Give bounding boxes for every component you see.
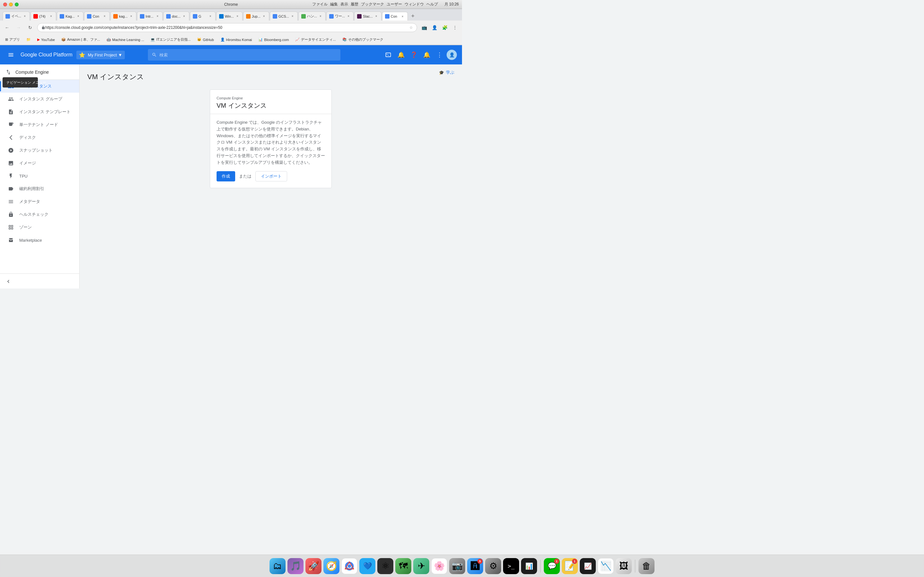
tab-1[interactable]: イベ... × xyxy=(3,11,30,21)
profile-icon[interactable]: 👤 xyxy=(430,23,439,32)
tab-close[interactable]: × xyxy=(401,14,405,19)
bookmark-more[interactable]: 📚 その他のブックマーク xyxy=(340,36,386,44)
github-icon: 🐱 xyxy=(197,37,202,42)
sidebar-item-disks[interactable]: ディスク xyxy=(0,131,79,144)
bookmark-youtube[interactable]: ▶ YouTube xyxy=(35,36,57,44)
tab-label: Con xyxy=(391,15,397,18)
menu-file[interactable]: ファイル xyxy=(312,2,328,7)
tab-close[interactable]: × xyxy=(155,14,160,19)
tab-4[interactable]: Con × xyxy=(84,11,110,21)
sidebar-item-zones[interactable]: ゾーン xyxy=(0,221,79,234)
tab-6[interactable]: Intr... × xyxy=(137,11,163,21)
info-card-title: VM インスタンス xyxy=(216,101,325,110)
tab-11[interactable]: GCS... × xyxy=(270,11,298,21)
tab-favicon xyxy=(140,14,144,19)
sidebar-item-metadata[interactable]: メタデータ xyxy=(0,195,79,208)
menu-icon[interactable]: ⋮ xyxy=(451,23,459,32)
settings-icon[interactable]: ⋮ xyxy=(434,49,445,61)
new-tab-button[interactable]: + xyxy=(409,11,417,21)
close-button[interactable] xyxy=(3,3,7,6)
tab-7[interactable]: doc... × xyxy=(163,11,189,21)
sidebar-collapse-button[interactable] xyxy=(0,274,79,288)
sidebar-item-instance-groups[interactable]: インスタンス グループ xyxy=(0,93,79,105)
url-bar[interactable]: https://console.cloud.google.com/compute… xyxy=(37,23,417,32)
project-name: My First Project xyxy=(88,53,117,57)
tab-13[interactable]: ワー... × xyxy=(326,11,354,21)
menu-view[interactable]: 表示 xyxy=(341,2,348,7)
tab-14[interactable]: Slac... × xyxy=(354,11,381,21)
reload-button[interactable]: ↻ xyxy=(26,23,35,32)
bookmark-it[interactable]: 💻 ITエンジニアを目指... xyxy=(148,36,193,44)
tab-close[interactable]: × xyxy=(49,14,53,19)
tab-close[interactable]: × xyxy=(182,14,186,19)
hamburger-button[interactable] xyxy=(5,49,17,61)
bookmark-apps[interactable]: ⊞ アプリ xyxy=(3,36,23,44)
menu-edit[interactable]: 編集 xyxy=(330,2,338,7)
minimize-button[interactable] xyxy=(9,3,13,6)
tab-close[interactable]: × xyxy=(208,14,213,19)
tab-close[interactable]: × xyxy=(262,14,266,19)
extensions-icon[interactable]: 🧩 xyxy=(440,23,449,32)
tab-close[interactable]: × xyxy=(290,14,295,19)
project-selector[interactable]: ⭐ My First Project ▼ xyxy=(76,51,125,59)
bookmark-datascience[interactable]: 📈 データサイエンティ... xyxy=(292,36,338,44)
sidebar-item-committed-use[interactable]: 確約利用割引 xyxy=(0,182,79,195)
cast-icon[interactable]: 📺 xyxy=(420,23,429,32)
bookmark-github[interactable]: 🐱 GitHub xyxy=(194,36,216,44)
tab-close[interactable]: × xyxy=(23,14,27,19)
tab-close[interactable]: × xyxy=(76,14,81,19)
tab-close[interactable]: × xyxy=(346,14,351,19)
maximize-button[interactable] xyxy=(15,3,19,6)
sidebar-item-snapshots[interactable]: スナップショット xyxy=(0,144,79,157)
sidebar-item-sole-tenancy[interactable]: 単一テナント ノード xyxy=(0,118,79,131)
tab-2[interactable]: (74) × xyxy=(31,11,56,21)
alerts-icon[interactable]: 🔔 xyxy=(421,49,433,61)
back-button[interactable]: ← xyxy=(3,23,11,32)
menu-window[interactable]: ウィンドウ xyxy=(405,2,424,7)
tab-close[interactable]: × xyxy=(129,14,134,19)
disks-label: ディスク xyxy=(19,135,36,140)
bookmark-amazon[interactable]: 📦 Amazon | 本、ファ... xyxy=(59,36,103,44)
tab-3[interactable]: Kag... × xyxy=(57,11,83,21)
cloud-shell-icon[interactable] xyxy=(383,49,394,61)
tab-12[interactable]: ハン... × xyxy=(298,11,326,21)
sidebar-item-tpu[interactable]: TPU xyxy=(0,169,79,182)
menu-history[interactable]: 履歴 xyxy=(351,2,359,7)
sidebar-item-health-checks[interactable]: ヘルスチェック xyxy=(0,208,79,221)
tab-favicon xyxy=(113,14,118,19)
info-card-description: Compute Engine では、Google のインフラストラクチャ上で動作… xyxy=(216,119,325,166)
user-avatar[interactable]: 👤 xyxy=(447,50,457,60)
menu-help[interactable]: ヘルプ xyxy=(426,2,438,7)
forward-button[interactable]: → xyxy=(14,23,23,32)
sidebar-item-vm-instances[interactable]: VM インスタンス xyxy=(0,80,79,93)
tab-5[interactable]: kag... × xyxy=(110,11,136,21)
bookmark-person[interactable]: 👤 Hiromitsu Komai xyxy=(218,36,255,44)
learn-button[interactable]: 🎓 学ぶ xyxy=(439,69,454,75)
tab-9[interactable]: Win... × xyxy=(216,11,242,21)
header-search xyxy=(148,49,341,61)
tab-active[interactable]: Con × xyxy=(382,12,408,21)
tab-close[interactable]: × xyxy=(374,14,379,19)
create-button[interactable]: 作成 xyxy=(216,171,235,181)
sidebar-item-images[interactable]: イメージ xyxy=(0,157,79,169)
search-input[interactable] xyxy=(160,53,336,57)
sidebar-item-marketplace[interactable]: Marketplace xyxy=(0,234,79,247)
tab-close[interactable]: × xyxy=(318,14,323,19)
search-bar[interactable] xyxy=(148,49,341,61)
bookmark-star-icon[interactable]: ☆ xyxy=(409,25,413,30)
tab-8[interactable]: G × xyxy=(190,11,216,21)
bookmark-folder[interactable]: 📁 xyxy=(24,36,33,44)
bookmark-bloomberg[interactable]: 📊 Bloomberg.com xyxy=(256,36,291,44)
tab-close[interactable]: × xyxy=(102,14,107,19)
menu-bookmarks[interactable]: ブックマーク xyxy=(361,2,384,7)
tab-close[interactable]: × xyxy=(235,14,240,19)
sidebar-item-instance-templates[interactable]: インスタンス テンプレート xyxy=(0,105,79,118)
help-icon[interactable]: ❓ xyxy=(408,49,420,61)
menu-user[interactable]: ユーザー xyxy=(387,2,402,7)
window-controls[interactable] xyxy=(3,3,19,6)
import-button[interactable]: インポート xyxy=(255,171,287,181)
tab-favicon xyxy=(87,14,91,19)
notifications-icon[interactable]: 🔔 xyxy=(395,49,407,61)
bookmark-ml[interactable]: 🤖 Machine Learning ... xyxy=(104,36,147,44)
tab-10[interactable]: Jup... × xyxy=(243,11,269,21)
